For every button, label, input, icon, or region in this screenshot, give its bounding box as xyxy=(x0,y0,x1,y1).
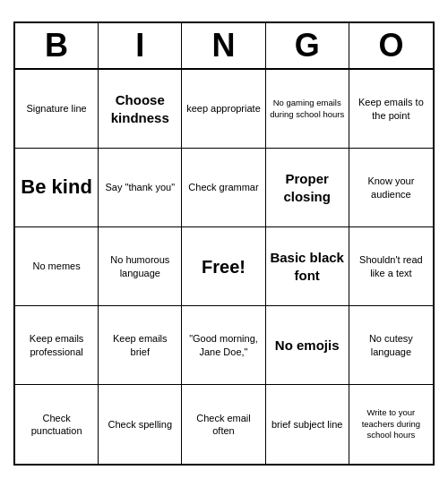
bingo-grid: Signature lineChoose kindnesskeep approp… xyxy=(15,70,433,464)
bingo-cell: Check spelling xyxy=(99,385,182,464)
bingo-cell: Proper closing xyxy=(266,149,349,227)
bingo-cell: Know your audience xyxy=(349,149,433,227)
header-letter: N xyxy=(182,23,265,68)
bingo-cell: "Good morning, Jane Doe," xyxy=(182,306,265,385)
header-letter: B xyxy=(15,23,99,68)
bingo-cell: No humorous language xyxy=(99,227,182,306)
bingo-cell: Check grammar xyxy=(182,149,265,227)
bingo-card: BINGO Signature lineChoose kindnesskeep … xyxy=(13,21,435,466)
header-letter: G xyxy=(266,23,349,68)
bingo-cell: Keep emails professional xyxy=(15,306,99,385)
bingo-cell: No gaming emails during school hours xyxy=(266,70,349,149)
bingo-cell: Say "thank you" xyxy=(99,149,182,227)
bingo-cell: Basic black font xyxy=(266,227,349,306)
bingo-cell: Keep emails to the point xyxy=(349,70,433,149)
bingo-cell: keep appropriate xyxy=(182,70,265,149)
bingo-cell: brief subject line xyxy=(266,385,349,464)
header-letter: I xyxy=(99,23,182,68)
bingo-cell: Keep emails brief xyxy=(99,306,182,385)
bingo-cell: Shouldn't read like a text xyxy=(349,227,433,306)
bingo-cell: Be kind xyxy=(15,149,99,227)
bingo-cell: Check punctuation xyxy=(15,385,99,464)
bingo-cell: Write to your teachers during school hou… xyxy=(349,385,433,464)
bingo-cell: No cutesy language xyxy=(349,306,433,385)
bingo-header: BINGO xyxy=(15,23,433,70)
bingo-cell: No memes xyxy=(15,227,99,306)
bingo-cell: No emojis xyxy=(266,306,349,385)
bingo-cell: Choose kindness xyxy=(99,70,182,149)
header-letter: O xyxy=(349,23,433,68)
bingo-cell: Signature line xyxy=(15,70,99,149)
bingo-cell: Check email often xyxy=(182,385,265,464)
bingo-cell: Free! xyxy=(182,227,265,306)
